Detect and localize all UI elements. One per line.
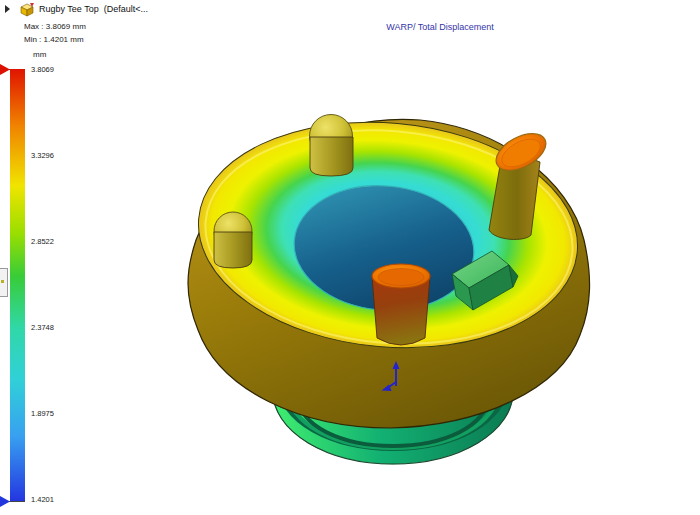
- scale-tick: 1.8975: [31, 409, 77, 418]
- scale-tick: 2.8522: [31, 237, 77, 246]
- dome-peg-left: [214, 212, 252, 268]
- clipped-ui-fragment: [0, 268, 8, 297]
- min-value-label: Min : 1.4201 mm: [24, 33, 86, 46]
- feature-tree-item[interactable]: Rugby Tee Top (Default<...: [2, 1, 148, 17]
- max-value-label: Max : 3.8069 mm: [24, 20, 86, 33]
- result-stats: Max : 3.8069 mm Min : 1.4201 mm: [24, 20, 86, 46]
- part-icon: [19, 1, 35, 17]
- scale-unit-label: mm: [33, 50, 46, 59]
- plot-title: WARP/ Total Displacement: [330, 22, 550, 32]
- rugby-tee-top-model: [140, 90, 660, 490]
- scale-tick: 1.4201: [31, 495, 77, 504]
- scale-tick: 3.3296: [31, 151, 77, 160]
- min-marker-arrow-icon: [0, 496, 10, 507]
- tree-item-label[interactable]: Rugby Tee Top (Default<...: [39, 4, 148, 14]
- scale-gradient-rect: [10, 69, 25, 501]
- plastics-results-window: Rugby Tee Top (Default<... Max : 3.8069 …: [0, 0, 700, 515]
- dome-peg-rear: [310, 115, 354, 177]
- model-viewport[interactable]: [140, 90, 660, 490]
- scale-tick: 2.3748: [31, 323, 77, 332]
- scale-tick: 3.8069: [31, 65, 77, 74]
- center-cylinder: [372, 264, 430, 345]
- expand-arrow-icon[interactable]: [5, 5, 10, 13]
- max-marker-arrow-icon: [0, 64, 10, 75]
